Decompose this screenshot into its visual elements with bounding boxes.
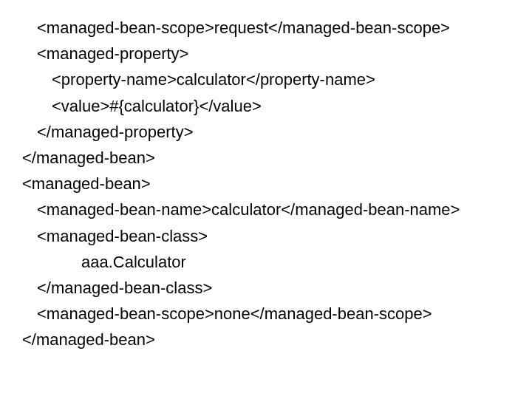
code-line: <property-name>calculator</property-name… — [22, 66, 510, 92]
code-line: aaa.Calculator — [22, 249, 510, 275]
code-line: <managed-property> — [22, 41, 510, 66]
code-line: <managed-bean-scope>none</managed-bean-s… — [22, 301, 510, 327]
code-line: </managed-bean-class> — [22, 275, 510, 301]
code-block: <managed-bean-scope>request</managed-bea… — [22, 15, 510, 352]
code-line: </managed-property> — [22, 119, 510, 145]
code-line: <value>#{calculator}</value> — [22, 93, 510, 119]
code-line: </managed-bean> — [22, 145, 510, 171]
code-line: <managed-bean-name>calculator</managed-b… — [22, 197, 510, 222]
code-line: </managed-bean> — [22, 327, 510, 352]
code-line: <managed-bean> — [22, 171, 510, 197]
code-line: <managed-bean-scope>request</managed-bea… — [22, 15, 510, 41]
code-line: <managed-bean-class> — [22, 223, 510, 249]
